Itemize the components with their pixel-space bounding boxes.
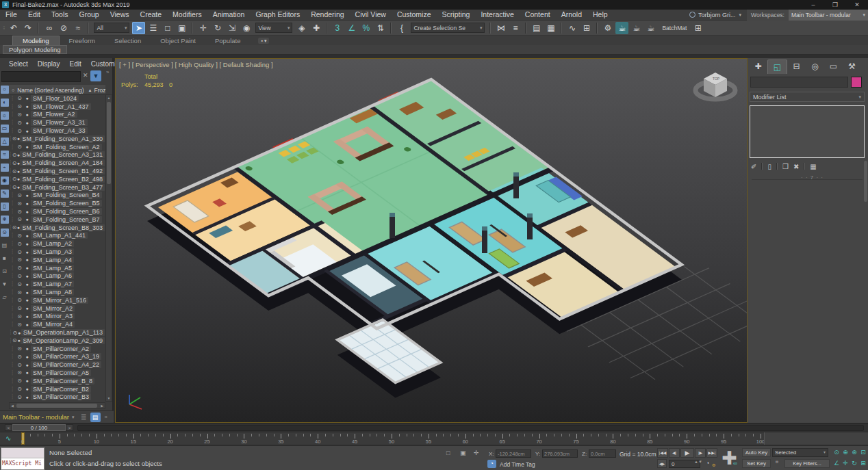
display-bones-icon[interactable]: ⌁ (1, 164, 9, 172)
visibility-eye-icon[interactable]: ⊙ (16, 257, 23, 263)
scene-object-row[interactable]: ┆⊙●SM_Flower_A2 (9, 111, 105, 119)
visibility-eye-icon[interactable]: ⊙ (16, 95, 23, 101)
modify-tab[interactable]: ◱ (767, 60, 787, 74)
object-name-field[interactable] (750, 77, 848, 88)
filter-funnel-icon[interactable]: ▼ (1, 280, 9, 289)
collapse-chevron-icon[interactable]: » (106, 69, 109, 75)
scene-object-row[interactable]: ┆⊙●SM_PillarCorner_B_8 (9, 377, 105, 385)
scene-object-row[interactable]: ┆⊙●SM_Flower_A4_33 (9, 127, 105, 135)
menu-scripting[interactable]: Scripting (437, 10, 476, 20)
create-selection-set-dropdown[interactable]: Create Selection Se▾ (411, 23, 485, 33)
selectable-dot-icon[interactable]: ● (23, 112, 31, 117)
scene-object-row[interactable]: ┆⊙●SM_Lamp_A8 (9, 288, 105, 296)
zoom-all-icon[interactable]: ⊕ (841, 447, 850, 458)
visibility-eye-icon[interactable]: ⊙ (12, 337, 17, 343)
rendered-frame-icon[interactable]: ☕ (615, 22, 628, 34)
scene-object-row[interactable]: ┆⊙●SM_Folding_Screen_B6 (9, 207, 105, 216)
scene-object-row[interactable]: ┆⊙●SM_Flower_A3_31 (9, 118, 105, 127)
visibility-eye-icon[interactable]: ⊙ (12, 330, 17, 336)
selectable-dot-icon[interactable]: ● (23, 395, 31, 400)
menu-help[interactable]: Help (587, 10, 613, 20)
auto-key-button[interactable]: Auto Key (742, 448, 771, 457)
maxscript-macro-row[interactable] (1, 448, 44, 458)
pan-view-icon[interactable]: ✛ (841, 458, 850, 469)
scene-object-row[interactable]: ┆⊙●SM_Folding_Screen_B3_477 (9, 183, 105, 192)
menu-views[interactable]: Views (105, 10, 135, 20)
visibility-eye-icon[interactable]: ⊙ (16, 249, 23, 255)
menu-file[interactable]: File (0, 10, 23, 20)
x-coordinate-field[interactable]: -120.248cm (496, 449, 531, 458)
visibility-eye-icon[interactable]: ⊙ (12, 224, 17, 231)
add-time-tag-label[interactable]: Add Time Tag (500, 461, 535, 468)
visibility-eye-icon[interactable]: ⊙ (16, 297, 23, 303)
scroll-down-icon[interactable]: ▼ (106, 396, 112, 400)
maxscript-listener-row[interactable]: MAXScript Mi (1, 458, 44, 469)
selectable-dot-icon[interactable]: ● (23, 144, 31, 149)
scroll-right-icon[interactable]: ▶ (101, 403, 103, 408)
schematic-view-icon[interactable]: ⊞ (580, 22, 593, 34)
scene-object-row[interactable]: ┆⊙●SM_Flower_A1_437 (9, 103, 105, 111)
panel-scrollbar-thumb[interactable] (864, 161, 867, 202)
spinner-snap-icon[interactable]: ⇅ (374, 22, 387, 34)
visibility-eye-icon[interactable]: ⊙ (16, 386, 23, 392)
set-key-mode-icon[interactable]: ⌗ (772, 459, 782, 466)
select-and-manipulate-icon[interactable]: ✚ (309, 22, 322, 34)
ribbon-tab-modeling[interactable]: Modeling (12, 36, 60, 45)
selectable-dot-icon[interactable]: ● (23, 96, 31, 101)
menu-civil-view[interactable]: Civil View (350, 10, 392, 20)
rectangular-selection-icon[interactable]: □ (161, 22, 174, 34)
visibility-eye-icon[interactable]: ⊙ (16, 378, 23, 384)
display-frames-icon[interactable]: ▯ (1, 203, 9, 211)
scene-object-row[interactable]: ┆⊙●SM_PillarCorner_A5 (9, 369, 105, 377)
y-coordinate-field[interactable]: 276.093cm (542, 449, 578, 458)
visibility-eye-icon[interactable]: ⊙ (16, 192, 23, 198)
visibility-eye-icon[interactable]: ⊙ (16, 200, 23, 207)
view-thumb-icon[interactable]: ■ (1, 254, 9, 263)
ribbon-tab-populate[interactable]: Populate (205, 36, 251, 45)
explorer-menu-display[interactable]: Display (33, 60, 65, 68)
mini-curve-editor-icon[interactable]: ∿ (5, 434, 11, 442)
scene-object-row[interactable]: ┆⊙●SM_PillarCorner_A2 (9, 345, 105, 353)
workspace-dropdown[interactable]: Main Toolbar - modular ▾ (789, 10, 868, 21)
scene-object-row[interactable]: ┆⊙●SM_Mirror_A4 (9, 320, 105, 328)
menu-modifiers[interactable]: Modifiers (167, 10, 207, 20)
modifier-list-dropdown[interactable]: Modifier List ▾ (750, 92, 865, 102)
selectable-dot-icon[interactable]: ● (23, 354, 31, 359)
scene-object-row[interactable]: ┆⊙●SM_Lamp_A1_441 (9, 232, 105, 240)
window-crossing-icon[interactable]: ▣ (175, 22, 188, 34)
visibility-eye-icon[interactable]: ⊙ (16, 144, 23, 150)
visibility-eye-icon[interactable]: ⊙ (16, 354, 23, 360)
display-hidden-icon[interactable]: ⊙ (1, 229, 9, 237)
track-bar[interactable]: ∿ 05101520253035404550556065707580859095… (0, 432, 868, 445)
visibility-eye-icon[interactable]: ⊙ (16, 281, 23, 287)
scene-object-row[interactable]: ┆⊙●SM_Lamp_A5 (9, 264, 105, 272)
folder-icon[interactable]: ▱ (1, 293, 9, 302)
scene-explorer-toggle-icon[interactable]: ▤ (530, 22, 543, 34)
display-materials-icon[interactable]: ✎ (1, 190, 9, 198)
layer-explorer-toggle-icon[interactable]: ▦ (544, 22, 557, 34)
next-frame-arrow[interactable]: > (66, 424, 73, 431)
menu-tools[interactable]: Tools (46, 10, 74, 20)
visibility-eye-icon[interactable]: ⊙ (16, 128, 23, 134)
visibility-eye-icon[interactable]: ⊙ (16, 120, 23, 126)
selectable-dot-icon[interactable]: ● (23, 209, 31, 214)
named-selection-sets-icon[interactable]: { (395, 22, 408, 34)
visibility-eye-icon[interactable]: ⊙ (12, 135, 17, 142)
scene-object-row[interactable]: ┆⊙●SM_PillarCorner_A3_19 (9, 353, 105, 361)
visibility-eye-icon[interactable]: ⊙ (16, 305, 23, 311)
visibility-eye-icon[interactable]: ⊙ (12, 184, 17, 190)
menu-customize[interactable]: Customize (392, 10, 437, 20)
modifier-stack-box[interactable] (750, 105, 865, 158)
visibility-eye-icon[interactable]: ⊙ (16, 103, 23, 109)
selectable-dot-icon[interactable]: ● (23, 265, 31, 270)
key-filters-button[interactable]: Key Filters... (784, 459, 830, 468)
visibility-eye-icon[interactable]: ⊙ (16, 273, 23, 279)
scene-object-row[interactable]: ┆⊙●SM_Lamp_A6 (9, 272, 105, 280)
visibility-eye-icon[interactable]: ⊙ (12, 168, 17, 174)
visibility-eye-icon[interactable]: ⊙ (16, 216, 23, 222)
selectable-dot-icon[interactable]: ● (23, 201, 31, 206)
display-lights-icon[interactable]: ☼ (1, 112, 9, 120)
selectable-dot-icon[interactable]: ● (23, 322, 31, 327)
visibility-eye-icon[interactable]: ⊙ (16, 369, 23, 376)
ribbon-tab-object-paint[interactable]: Object Paint (151, 36, 205, 45)
